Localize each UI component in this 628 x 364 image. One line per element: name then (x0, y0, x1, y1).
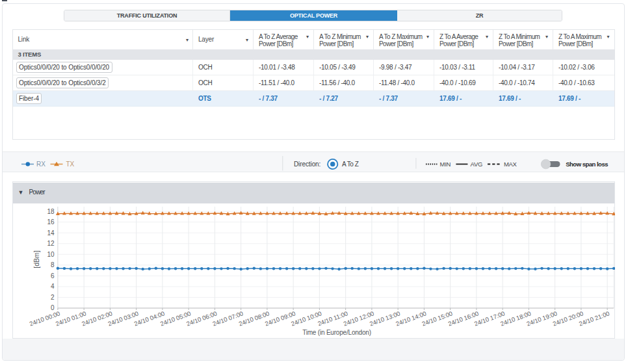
svg-text:4: 4 (50, 283, 54, 290)
svg-text:RX: RX (36, 161, 46, 168)
svg-text:MAX: MAX (504, 161, 517, 168)
svg-text:Direction:: Direction: (294, 161, 321, 168)
svg-text:12: 12 (47, 240, 55, 247)
svg-text:AVG: AVG (471, 161, 482, 168)
svg-text:Time (in Europe/London): Time (in Europe/London) (302, 329, 371, 336)
svg-text:0: 0 (50, 304, 54, 311)
svg-text:Show span loss: Show span loss (566, 161, 608, 168)
svg-text:16: 16 (47, 218, 55, 226)
svg-text:[dBm]: [dBm] (33, 250, 40, 268)
svg-text:TX: TX (66, 161, 75, 168)
svg-text:2: 2 (50, 294, 54, 301)
svg-text:10: 10 (47, 251, 55, 258)
svg-text:14: 14 (47, 229, 55, 237)
svg-text:18: 18 (47, 208, 55, 215)
svg-text:8: 8 (50, 261, 54, 268)
svg-text:24/10 21:00: 24/10 21:00 (577, 310, 610, 328)
svg-text:A To Z: A To Z (342, 161, 359, 168)
svg-text:6: 6 (50, 272, 54, 280)
svg-text:MIN: MIN (440, 161, 451, 168)
